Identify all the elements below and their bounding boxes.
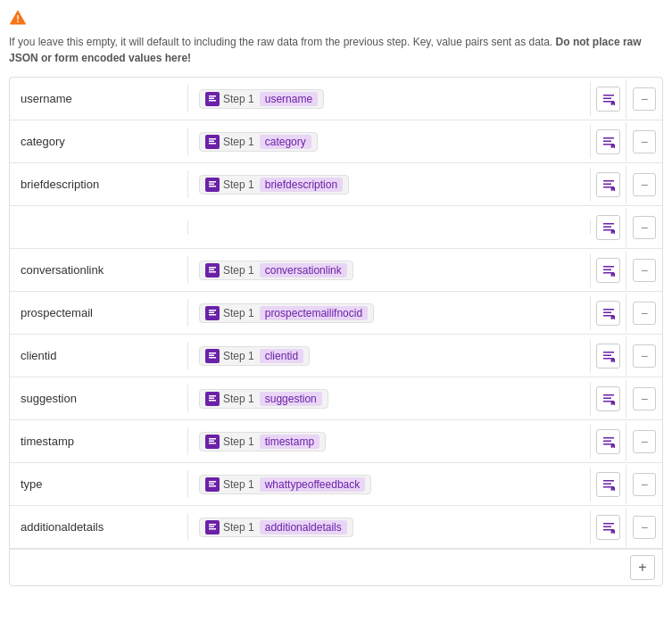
svg-rect-5 bbox=[603, 97, 611, 99]
svg-rect-54 bbox=[209, 395, 216, 397]
list-icon-button[interactable]: + bbox=[596, 172, 620, 197]
step-label: Step 1 bbox=[223, 521, 254, 534]
remove-row-button[interactable]: − bbox=[626, 509, 662, 546]
svg-rect-13 bbox=[603, 140, 611, 142]
minus-button[interactable]: − bbox=[633, 516, 656, 539]
remove-row-button[interactable]: − bbox=[626, 337, 662, 375]
svg-rect-63 bbox=[209, 440, 214, 442]
minus-button[interactable]: − bbox=[633, 302, 656, 325]
step-value: clientid bbox=[260, 349, 303, 363]
step-label: Step 1 bbox=[223, 393, 254, 405]
step-label: Step 1 bbox=[223, 178, 254, 191]
step-pill[interactable]: Step 1prospectemailifnocid bbox=[199, 303, 374, 323]
insert-step-button[interactable]: + bbox=[591, 251, 626, 290]
table-row: typeStep 1whattypeoffeedback + − bbox=[10, 463, 662, 506]
minus-button[interactable]: − bbox=[633, 259, 656, 282]
key-input[interactable] bbox=[10, 220, 188, 235]
value-cell: Step 1clientid bbox=[188, 339, 591, 373]
key-input[interactable]: conversationlink bbox=[10, 256, 188, 284]
list-icon-button[interactable]: + bbox=[596, 386, 620, 411]
list-icon-button[interactable]: + bbox=[596, 215, 620, 240]
step-value: conversationlink bbox=[260, 263, 347, 278]
step-icon bbox=[205, 263, 220, 278]
insert-step-button[interactable]: + bbox=[591, 79, 626, 119]
svg-rect-10 bbox=[209, 140, 214, 142]
step-pill[interactable]: Step 1suggestion bbox=[199, 389, 328, 409]
step-pill[interactable]: Step 1conversationlink bbox=[199, 261, 353, 280]
remove-row-button[interactable]: − bbox=[626, 252, 662, 289]
svg-rect-81 bbox=[603, 523, 614, 525]
insert-step-button[interactable]: + bbox=[591, 122, 626, 162]
svg-rect-38 bbox=[209, 310, 216, 311]
insert-step-button[interactable]: + bbox=[591, 294, 626, 333]
svg-rect-71 bbox=[209, 483, 214, 485]
list-icon-button[interactable]: + bbox=[596, 472, 620, 497]
insert-step-button[interactable]: + bbox=[591, 379, 626, 418]
minus-button[interactable]: − bbox=[633, 344, 656, 368]
list-icon-button[interactable]: + bbox=[596, 87, 620, 112]
remove-row-button[interactable]: − bbox=[626, 466, 662, 503]
svg-rect-21 bbox=[603, 183, 611, 185]
key-input[interactable]: suggestion bbox=[10, 385, 188, 412]
key-input[interactable]: additionaldetails bbox=[10, 513, 188, 541]
svg-rect-73 bbox=[603, 480, 614, 482]
svg-rect-12 bbox=[603, 137, 614, 139]
insert-step-button[interactable]: + bbox=[591, 422, 626, 461]
key-input[interactable]: briefdescription bbox=[10, 170, 188, 198]
remove-row-button[interactable]: − bbox=[626, 209, 662, 246]
key-input[interactable]: clientid bbox=[10, 342, 188, 369]
step-pill[interactable]: Step 1timestamp bbox=[199, 432, 326, 452]
minus-button[interactable]: − bbox=[633, 473, 656, 496]
svg-rect-30 bbox=[209, 267, 216, 269]
minus-button[interactable]: − bbox=[633, 130, 656, 153]
list-icon-button[interactable]: + bbox=[596, 258, 620, 283]
step-icon bbox=[205, 477, 220, 492]
step-icon bbox=[205, 92, 220, 106]
remove-row-button[interactable]: − bbox=[626, 80, 662, 118]
key-input[interactable]: type bbox=[10, 470, 188, 498]
value-cell bbox=[188, 220, 591, 235]
svg-rect-80 bbox=[209, 528, 216, 530]
svg-rect-70 bbox=[209, 481, 216, 483]
remove-row-button[interactable]: − bbox=[626, 123, 662, 161]
minus-button[interactable]: − bbox=[633, 87, 656, 111]
list-icon-button[interactable]: + bbox=[596, 301, 620, 326]
step-pill[interactable]: Step 1additionaldetails bbox=[199, 518, 353, 537]
step-pill[interactable]: Step 1briefdescription bbox=[199, 175, 349, 195]
insert-step-button[interactable]: + bbox=[591, 208, 626, 247]
insert-step-button[interactable]: + bbox=[591, 165, 626, 204]
svg-rect-65 bbox=[603, 437, 614, 439]
step-pill[interactable]: Step 1username bbox=[199, 89, 324, 109]
step-pill[interactable]: Step 1category bbox=[199, 132, 318, 152]
minus-button[interactable]: − bbox=[633, 173, 656, 196]
value-cell: Step 1timestamp bbox=[188, 425, 591, 459]
value-cell: Step 1suggestion bbox=[188, 382, 591, 416]
remove-row-button[interactable]: − bbox=[626, 166, 662, 203]
add-row-button[interactable]: + bbox=[630, 555, 655, 580]
svg-rect-46 bbox=[209, 352, 216, 354]
table-row: additionaldetailsStep 1additionaldetails… bbox=[10, 506, 662, 549]
table-row: conversationlinkStep 1conversationlink +… bbox=[10, 249, 662, 292]
insert-step-button[interactable]: + bbox=[591, 465, 626, 504]
remove-row-button[interactable]: − bbox=[626, 380, 662, 418]
minus-button[interactable]: − bbox=[633, 387, 656, 410]
list-icon-button[interactable]: + bbox=[596, 129, 620, 154]
list-icon-button[interactable]: + bbox=[596, 429, 620, 454]
remove-row-button[interactable]: − bbox=[626, 423, 662, 460]
svg-text:!: ! bbox=[16, 13, 20, 24]
svg-rect-25 bbox=[603, 223, 614, 225]
insert-step-button[interactable]: + bbox=[591, 508, 626, 547]
svg-rect-18 bbox=[209, 183, 214, 185]
list-icon-button[interactable]: + bbox=[596, 344, 620, 369]
remove-row-button[interactable]: − bbox=[626, 294, 662, 332]
insert-step-button[interactable]: + bbox=[591, 336, 626, 376]
key-input[interactable]: timestamp bbox=[10, 427, 188, 455]
key-input[interactable]: category bbox=[10, 128, 188, 155]
list-icon-button[interactable]: + bbox=[596, 515, 620, 540]
key-input[interactable]: prospectemail bbox=[10, 299, 188, 327]
minus-button[interactable]: − bbox=[633, 430, 656, 453]
step-pill[interactable]: Step 1whattypeoffeedback bbox=[199, 475, 371, 494]
step-pill[interactable]: Step 1clientid bbox=[199, 346, 310, 366]
minus-button[interactable]: − bbox=[633, 216, 656, 239]
key-input[interactable]: username bbox=[10, 85, 188, 112]
